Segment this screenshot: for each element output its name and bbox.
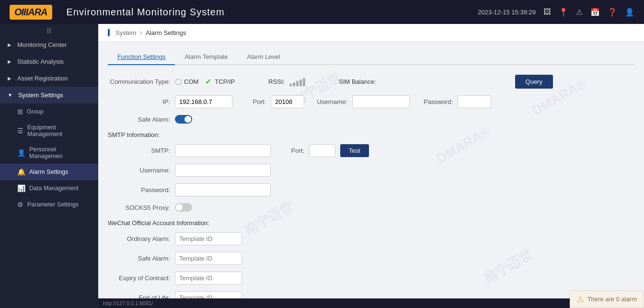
smtp-password-label: Password: (108, 186, 170, 194)
username-input[interactable] (352, 95, 410, 108)
sidebar-sub-item-parameter-settings[interactable]: ⚙ Parameter Settings (0, 196, 98, 213)
sidebar-collapse-button[interactable]: ||| (0, 24, 98, 36)
content-area: System > Alarm Settings 南宁迈世 DMARA® 南宁迈世… (98, 24, 644, 308)
sidebar-item-label: Asset Registration (17, 75, 68, 82)
radio-tcpip-label: TCP/IP (215, 78, 235, 85)
end-of-life-input[interactable] (175, 291, 242, 298)
bottom-alert: ⚠ There are 0 alarm (570, 290, 644, 308)
alert-icon[interactable]: ⚠ (576, 8, 583, 17)
test-button[interactable]: Test (340, 144, 369, 157)
rssi-bar-4 (299, 80, 302, 86)
user-icon[interactable]: 👤 (625, 8, 634, 17)
group-icon: ⊞ (17, 108, 23, 115)
port-label: Port: (237, 98, 266, 105)
breadcrumb-bar (108, 29, 110, 36)
breadcrumb-separator: > (139, 29, 143, 36)
communication-type-label: Communication Type: (108, 78, 170, 85)
tab-function-settings[interactable]: Function Settings (108, 49, 175, 65)
expiry-input[interactable] (175, 272, 242, 285)
expiry-row: Expiry of Contract: (108, 272, 634, 285)
sidebar: ||| ▶ Monitoring Center ▶ Statistic Anal… (0, 24, 98, 308)
main-layout: ||| ▶ Monitoring Center ▶ Statistic Anal… (0, 24, 644, 308)
alert-text: There are 0 alarm (587, 296, 637, 303)
topbar: OIIIARA Environmental Monitoring System … (0, 0, 644, 24)
sidebar-item-asset-registration[interactable]: ▶ Asset Registration (0, 70, 98, 87)
sim-balance-label: SIM Balance: (339, 78, 376, 85)
image-icon[interactable]: 🖼 (543, 8, 551, 16)
safe-alarm-label: Safe Alarm: (108, 116, 170, 123)
password-input[interactable] (458, 95, 491, 108)
sidebar-sub-item-label: Alarm Settings (29, 169, 68, 175)
rssi-bar-3 (296, 81, 299, 86)
breadcrumb: System > Alarm Settings (98, 24, 644, 42)
app-title: Environmental Monitoring System (67, 7, 478, 18)
radio-com[interactable]: COM (175, 78, 198, 85)
location-icon[interactable]: 📍 (559, 8, 568, 17)
smtp-port-input[interactable] (309, 144, 335, 157)
username-label: Username: (309, 98, 347, 105)
help-icon[interactable]: ❓ (608, 8, 617, 17)
wechat-section-title: WeChat Official Account Information: (108, 219, 634, 227)
tabs: Function Settings Alarm Template Alarm L… (108, 49, 634, 65)
sidebar-item-monitoring-center[interactable]: ▶ Monitoring Center (0, 36, 98, 53)
topbar-right: 2023-12-15 15:39:29 🖼 📍 ⚠ 📅 ❓ 👤 (478, 8, 634, 17)
safe-alarm-toggle[interactable] (175, 115, 192, 124)
end-of-life-label: End of Life: (108, 294, 170, 298)
chevron-right-icon: ▶ (8, 42, 12, 47)
socks5-row: SOCKS5 Proxy: (108, 203, 634, 212)
equipment-icon: ☰ (17, 127, 23, 135)
rssi-bar-2 (293, 82, 295, 86)
chevron-right-icon: ▶ (8, 76, 12, 81)
sidebar-sub-item-label: Equipment Management (27, 124, 91, 137)
sidebar-item-statistic-analysis[interactable]: ▶ Statistic Analysis (0, 53, 98, 70)
ordinary-alarm-label: Ordinary Alarm: (108, 235, 170, 242)
radio-tcpip-checked-icon: ✔ (205, 77, 211, 86)
sidebar-item-label: Monitoring Center (17, 41, 67, 48)
sidebar-sub-item-label: Group (27, 108, 44, 115)
smtp-row: SMTP: Port: Test (108, 144, 634, 157)
sidebar-sub-item-personnel-management[interactable]: 👤 Personnel Managemen (0, 142, 98, 164)
calendar-icon[interactable]: 📅 (590, 8, 600, 17)
personnel-icon: 👤 (17, 149, 25, 157)
smtp-username-label: Username: (108, 167, 170, 174)
query-button[interactable]: Query (515, 75, 553, 89)
radio-tcpip[interactable]: ✔ TCP/IP (205, 77, 235, 86)
expiry-label: Expiry of Contract: (108, 274, 170, 282)
safe-alarm-row: Safe Alarm: (108, 115, 634, 124)
sidebar-sub-item-label: Personnel Managemen (29, 146, 91, 160)
smtp-password-row: Password: (108, 183, 634, 196)
ip-label: IP: (108, 98, 170, 105)
smtp-section-title: SMTP Information: (108, 131, 634, 138)
communication-row: Communication Type: COM ✔ TCP/IP RSSI: (108, 75, 634, 89)
sidebar-sub-item-label: Parameter Settings (27, 201, 79, 208)
breadcrumb-current: Alarm Settings (146, 29, 186, 36)
radio-com-label: COM (184, 78, 198, 85)
logo: OIIIARA (10, 5, 52, 20)
chevron-down-icon: ▼ (8, 92, 12, 98)
safe-alarm2-label: Safe Alarm: (108, 255, 170, 262)
smtp-input[interactable] (175, 144, 271, 157)
socks5-toggle[interactable] (175, 203, 192, 212)
wechat-section: WeChat Official Account Information: Ord… (108, 219, 634, 298)
ip-input[interactable] (175, 95, 232, 108)
radio-com-circle (175, 79, 182, 85)
safe-alarm2-input[interactable] (175, 252, 242, 265)
tab-alarm-level[interactable]: Alarm Level (238, 49, 290, 65)
tab-alarm-template[interactable]: Alarm Template (175, 49, 237, 65)
sidebar-sub-item-group[interactable]: ⊞ Group (0, 103, 98, 120)
sidebar-sub-item-data-management[interactable]: 📊 Data Management (0, 180, 98, 196)
ordinary-alarm-input[interactable] (175, 232, 242, 245)
smtp-username-input[interactable] (175, 164, 271, 177)
sidebar-item-system-settings[interactable]: ▼ System Settings (0, 87, 98, 103)
page-content: 南宁迈世 DMARA® 南宁迈世 DMARA® 南宁迈世 Function Se… (98, 42, 644, 298)
sidebar-sub-item-equipment-management[interactable]: ☰ Equipment Management (0, 120, 98, 142)
smtp-password-input[interactable] (175, 183, 271, 196)
sidebar-sub-item-label: Data Management (29, 185, 79, 192)
communication-type-radio-group: COM ✔ TCP/IP (175, 77, 235, 86)
ordinary-alarm-row: Ordinary Alarm: (108, 232, 634, 245)
sidebar-sub-item-alarm-settings[interactable]: 🔔 Alarm Settings (0, 164, 98, 180)
status-bar: http://127.0.0.1:8081/ (98, 298, 644, 308)
ip-row: IP: Port: Username: Password: (108, 95, 634, 108)
port-input[interactable] (271, 95, 304, 108)
rssi-bar-1 (289, 84, 292, 86)
